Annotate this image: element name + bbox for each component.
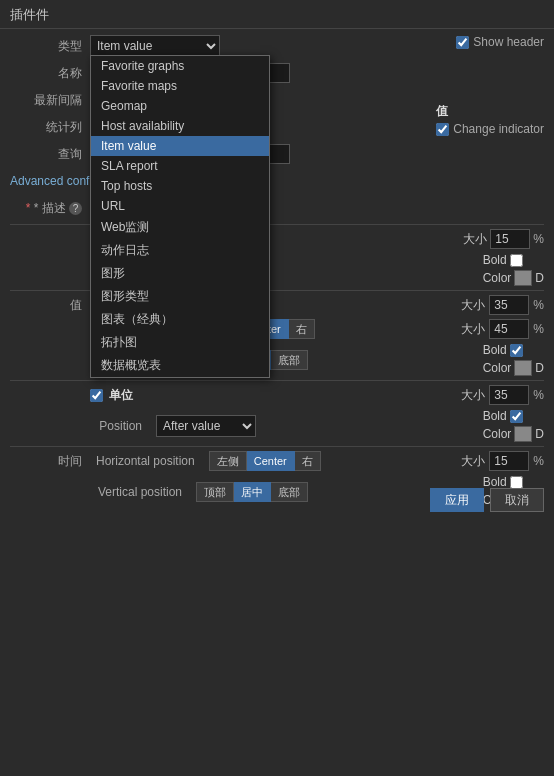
bold-row-time: Bold <box>483 475 544 489</box>
size-label-time: 大小 <box>461 453 485 470</box>
bold-checkbox-val[interactable] <box>510 344 523 357</box>
size-label-unit: 大小 <box>461 387 485 404</box>
query-label: 查询 <box>10 146 90 163</box>
dropdown-item-topology[interactable]: 拓扑图 <box>91 331 269 354</box>
time-hpos-buttons: 左侧 Center 右 <box>209 451 321 471</box>
refresh-label: 最新间隔 <box>10 92 90 109</box>
val-left-label: 值 <box>10 297 90 314</box>
size-time-right: 大小 % <box>461 451 544 471</box>
dropdown-item-host-availability[interactable]: Host availability <box>91 116 269 136</box>
color-value-unit: D <box>535 427 544 441</box>
type-select[interactable]: Item value <box>90 35 220 57</box>
size-label-val: 大小 <box>461 297 485 314</box>
percent-val: % <box>533 298 544 312</box>
required-star: * <box>26 201 34 215</box>
dropdown-item-web-monitor[interactable]: Web监测 <box>91 216 269 239</box>
bold-label-time: Bold <box>483 475 507 489</box>
panel-title: 插件件 <box>0 0 554 29</box>
percent-unit: % <box>533 388 544 402</box>
bold-row-val: Bold <box>483 343 544 357</box>
size-unit-right: 大小 % <box>461 385 544 405</box>
panel-container: 插件件 Show header 类型 Item value Favorite g… <box>0 0 554 518</box>
time-vpos-middle[interactable]: 居中 <box>234 482 271 502</box>
val-vpos-bottom[interactable]: 底部 <box>271 350 308 370</box>
time-hpos-left[interactable]: 左侧 <box>209 451 247 471</box>
bold-color-header: Bold Color D <box>483 253 544 286</box>
description-label: * * 描述 ? <box>10 200 90 217</box>
dropdown-item-sla-report[interactable]: SLA report <box>91 156 269 176</box>
time-hpos-label: Horizontal position <box>96 454 203 468</box>
dropdown-item-favorite-graphs[interactable]: Favorite graphs <box>91 56 269 76</box>
change-indicator-checkbox[interactable] <box>436 123 449 136</box>
bold-row-unit: Bold <box>483 409 544 423</box>
unit-title: 单位 <box>109 387 133 404</box>
size-label-header: 大小 <box>463 231 487 248</box>
color-label-val: Color <box>483 361 512 375</box>
size-val-right2: 大小 % <box>461 319 544 339</box>
dropdown-item-data-overview[interactable]: 数据概览表 <box>91 354 269 377</box>
size-val-right: 大小 % <box>461 295 544 315</box>
unit-header-row: 单位 大小 % <box>10 385 544 405</box>
color-value-header: D <box>535 271 544 285</box>
bottom-buttons: 应用 取消 <box>430 488 544 512</box>
time-vpos-buttons: 顶部 居中 底部 <box>196 482 308 502</box>
color-label-header: Color <box>483 271 512 285</box>
name-label: 名称 <box>10 65 90 82</box>
dropdown-item-graph-type[interactable]: 图形类型 <box>91 285 269 308</box>
time-vpos-top[interactable]: 顶部 <box>196 482 234 502</box>
unit-section: 单位 大小 % Position After value Before valu… <box>10 385 544 442</box>
apply-button[interactable]: 应用 <box>430 488 484 512</box>
unit-pos-label: Position <box>90 419 150 433</box>
bold-checkbox-unit[interactable] <box>510 410 523 423</box>
dropdown-item-url[interactable]: URL <box>91 196 269 216</box>
help-icon[interactable]: ? <box>69 202 82 215</box>
color-row-val: Color D <box>483 360 544 376</box>
color-row-header: Color D <box>483 270 544 286</box>
size-input-time[interactable] <box>489 451 529 471</box>
type-dropdown: Favorite graphs Favorite maps Geomap Hos… <box>90 55 270 378</box>
dropdown-item-action-log[interactable]: 动作日志 <box>91 239 269 262</box>
color-btn-header[interactable] <box>514 270 532 286</box>
bold-row-header: Bold <box>483 253 544 267</box>
columns-label: 统计列 <box>10 119 90 136</box>
bold-label-header: Bold <box>483 253 507 267</box>
bold-color-unit: Bold Color D <box>483 409 544 442</box>
unit-position-select[interactable]: After value Before value <box>156 415 256 437</box>
time-vpos-bottom[interactable]: 底部 <box>271 482 308 502</box>
bold-label-unit: Bold <box>483 409 507 423</box>
dropdown-item-geomap[interactable]: Geomap <box>91 96 269 116</box>
time-vpos-label: Vertical position <box>90 485 190 499</box>
dropdown-item-favorite-maps[interactable]: Favorite maps <box>91 76 269 96</box>
time-hpos-row: 时间 Horizontal position 左侧 Center 右 大小 % <box>10 451 544 471</box>
size-input-val2[interactable] <box>489 319 529 339</box>
dropdown-item-item-value[interactable]: Item value <box>91 136 269 156</box>
color-btn-val[interactable] <box>514 360 532 376</box>
cancel-button[interactable]: 取消 <box>490 488 544 512</box>
size-input-unit[interactable] <box>489 385 529 405</box>
size-row-header: 大小 % <box>463 229 544 249</box>
size-label-val2: 大小 <box>461 321 485 338</box>
bold-checkbox-header[interactable] <box>510 254 523 267</box>
size-input-val[interactable] <box>489 295 529 315</box>
bold-label-val: Bold <box>483 343 507 357</box>
unit-position-row: Position After value Before value Bold C… <box>10 409 544 442</box>
color-value-val: D <box>535 361 544 375</box>
color-label-unit: Color <box>483 427 512 441</box>
dropdown-item-graph[interactable]: 图形 <box>91 262 269 285</box>
val-hpos-right[interactable]: 右 <box>289 319 315 339</box>
time-hpos-center[interactable]: Center <box>247 451 295 471</box>
type-label: 类型 <box>10 38 90 55</box>
dropdown-item-chart-classic[interactable]: 图表（经典） <box>91 308 269 331</box>
unit-checkbox[interactable] <box>90 389 103 402</box>
bold-color-val: Bold Color D <box>483 343 544 376</box>
bold-checkbox-time[interactable] <box>510 476 523 489</box>
color-btn-unit[interactable] <box>514 426 532 442</box>
time-hpos-right[interactable]: 右 <box>295 451 321 471</box>
percent-time: % <box>533 454 544 468</box>
percent-val2: % <box>533 322 544 336</box>
value-right-panel: 值 Change indicator <box>436 99 544 136</box>
type-row: 类型 Item value Favorite graphs Favorite m… <box>10 35 544 57</box>
time-label: 时间 <box>10 453 90 470</box>
dropdown-item-top-hosts[interactable]: Top hosts <box>91 176 269 196</box>
size-input-header[interactable] <box>490 229 530 249</box>
